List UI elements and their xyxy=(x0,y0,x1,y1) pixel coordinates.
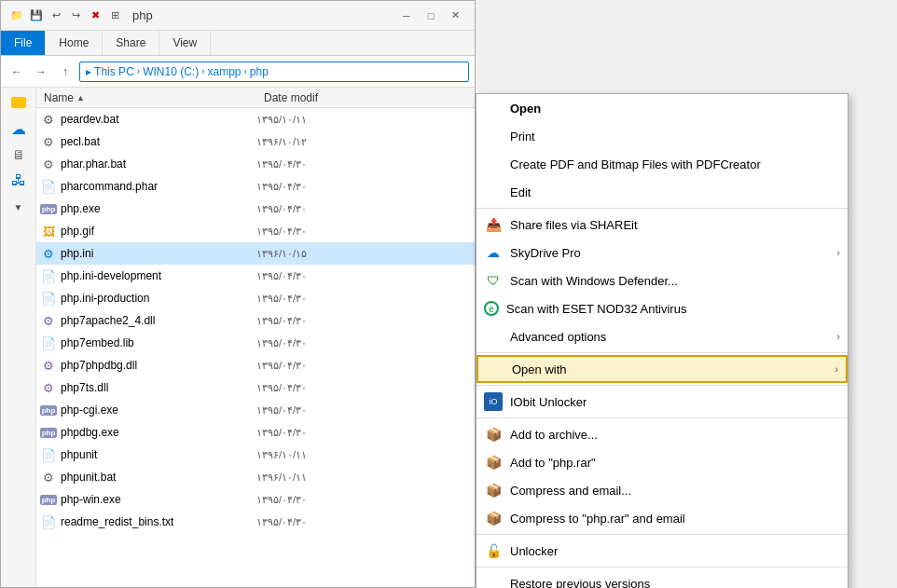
forward-button[interactable]: → xyxy=(31,62,51,82)
list-item[interactable]: php php.exe ۱۳۹۵/۰۴/۳۰ xyxy=(36,198,475,220)
undo-icon[interactable]: ↩ xyxy=(48,7,64,24)
close-button[interactable]: ✕ xyxy=(443,4,467,28)
separator-5 xyxy=(476,534,848,535)
ctx-add-archive[interactable]: 📦 Add to archive... xyxy=(476,420,848,448)
ctx-add-phprar[interactable]: 📦 Add to "php.rar" xyxy=(476,448,848,476)
ctx-restore[interactable]: Restore previous versions xyxy=(476,569,848,588)
list-item[interactable]: ⚙ peardev.bat ۱۳۹۵/۱۰/۱۱ xyxy=(36,108,475,130)
list-item[interactable]: ⚙ phar.phar.bat ۱۳۹۵/۰۴/۳۰ xyxy=(36,153,475,175)
list-item[interactable]: 📄 readme_redist_bins.txt ۱۳۹۵/۰۴/۳۰ xyxy=(36,511,475,533)
ctx-edit[interactable]: Edit xyxy=(476,178,848,206)
breadcrumb-sep2: › xyxy=(201,66,204,76)
file-date: ۱۳۹۶/۱۰/۱۱ xyxy=(256,449,475,461)
breadcrumb-php[interactable]: php xyxy=(250,65,269,78)
up-button[interactable]: ↑ xyxy=(55,62,76,82)
breadcrumb-xampp[interactable]: xampp xyxy=(207,65,241,78)
list-item[interactable]: ⚙ pecl.bat ۱۳۹۶/۱۰/۱۲ xyxy=(36,130,475,153)
open-icon xyxy=(484,99,503,117)
file-name: php.exe xyxy=(61,202,256,215)
file-date: ۱۳۹۵/۰۴/۳۰ xyxy=(256,360,475,372)
list-item[interactable]: 📄 php.ini-production ۱۳۹۵/۰۴/۳۰ xyxy=(36,287,475,309)
sidebar-item-onedrive[interactable]: ☁ xyxy=(9,119,28,138)
tab-share[interactable]: Share xyxy=(103,31,159,55)
file-date: ۱۳۹۵/۰۴/۳۰ xyxy=(256,181,475,193)
tab-view[interactable]: View xyxy=(159,31,211,55)
list-item[interactable]: ⚙ php.ini ۱۳۹۶/۱۰/۱۵ xyxy=(36,242,475,265)
ctx-open-with[interactable]: Open with › xyxy=(476,355,848,383)
list-item[interactable]: 🖼 php.gif ۱۳۹۵/۰۴/۳۰ xyxy=(36,220,475,242)
open-with-arrow: › xyxy=(835,363,838,375)
separator-6 xyxy=(476,567,848,567)
sidebar-item-network[interactable]: 🖧 xyxy=(9,171,28,190)
breadcrumb-win10[interactable]: WIN10 (C:) xyxy=(143,65,199,78)
network-icon: 🖧 xyxy=(11,172,26,189)
ctx-compress-phprar-email[interactable]: 📦 Compress to "php.rar" and email xyxy=(476,504,848,532)
list-item[interactable]: php php-cgi.exe ۱۳۹۵/۰۴/۳۰ xyxy=(36,399,475,421)
ctx-compress-email[interactable]: 📦 Compress and email... xyxy=(476,476,848,504)
rar-compress2-icon: 📦 xyxy=(484,509,503,527)
list-item[interactable]: ⚙ php7apache2_4.dll ۱۳۹۵/۰۴/۳۰ xyxy=(36,309,475,332)
list-item[interactable]: ⚙ phpunit.bat ۱۳۹۶/۱۰/۱۱ xyxy=(36,466,475,488)
redo-icon[interactable]: ↪ xyxy=(67,7,84,24)
window-controls: ─ □ ✕ xyxy=(394,4,467,28)
list-item[interactable]: php phpdbg.exe ۱۳۹۵/۰۴/۳۰ xyxy=(36,421,475,444)
window-title: php xyxy=(132,8,153,22)
sidebar-item-quickaccess[interactable] xyxy=(9,93,28,112)
breadcrumb-this-pc[interactable]: ▸ This PC xyxy=(86,65,134,78)
file-list-header: Name ▲ Date modif xyxy=(36,88,475,108)
ctx-print[interactable]: Print xyxy=(476,122,848,150)
explorer-window: 📁 💾 ↩ ↪ ✖ ⊞ php ─ □ ✕ File Home Share Vi… xyxy=(0,0,476,588)
sort-arrow: ▲ xyxy=(76,93,85,103)
sidebar-item-expand[interactable]: ▼ xyxy=(9,198,28,216)
ctx-advanced-label: Advanced options xyxy=(510,330,836,344)
breadcrumb[interactable]: ▸ This PC › WIN10 (C:) › xampp › php xyxy=(79,62,469,82)
ctx-open[interactable]: Open xyxy=(476,94,848,122)
save-icon[interactable]: 💾 xyxy=(28,7,45,24)
back-button[interactable]: ← xyxy=(7,62,27,82)
rar-compress-icon: 📦 xyxy=(484,481,503,499)
file-name: php.gif xyxy=(61,225,256,238)
file-name: php7embed.lib xyxy=(61,336,256,349)
list-item[interactable]: 📄 php.ini-development ۱۳۹۵/۰۴/۳۰ xyxy=(36,265,475,287)
file-name: php.ini-production xyxy=(61,292,256,305)
maximize-button[interactable]: □ xyxy=(419,4,443,28)
ctx-compress-email-label: Compress and email... xyxy=(510,484,840,498)
ctx-shareit[interactable]: 📤 Share files via SHAREit xyxy=(476,211,848,239)
tab-home[interactable]: Home xyxy=(46,31,103,55)
file-date: ۱۳۹۶/۱۰/۱۲ xyxy=(256,136,475,148)
ctx-edit-label: Edit xyxy=(510,185,840,199)
rename-icon[interactable]: ⊞ xyxy=(106,7,123,24)
ctx-iobit[interactable]: iO IObit Unlocker xyxy=(476,388,848,416)
ctx-unlocker[interactable]: 🔓 Unlocker xyxy=(476,537,848,565)
list-item[interactable]: 📄 phpunit ۱۳۹۶/۱۰/۱۱ xyxy=(36,444,475,466)
ctx-defender[interactable]: 🛡 Scan with Windows Defender... xyxy=(476,267,848,294)
separator-2 xyxy=(476,352,848,353)
ctx-create-pdf[interactable]: Create PDF and Bitmap Files with PDFCrea… xyxy=(476,150,848,178)
sidebar-item-thispc[interactable]: 🖥 xyxy=(9,145,28,164)
file-date: ۱۳۹۵/۰۴/۳۰ xyxy=(256,270,475,282)
file-name: php7apache2_4.dll xyxy=(61,314,256,327)
file-name: peardev.bat xyxy=(61,113,256,126)
list-item[interactable]: php php-win.exe ۱۳۹۵/۰۴/۳۰ xyxy=(36,488,475,511)
file-name: phpunit.bat xyxy=(61,471,256,484)
phpunit-icon: 📄 xyxy=(40,446,57,463)
list-item[interactable]: ⚙ php7phpdbg.dll ۱۳۹۵/۰۴/۳۰ xyxy=(36,354,475,376)
title-bar: 📁 💾 ↩ ↪ ✖ ⊞ php ─ □ ✕ xyxy=(1,1,475,31)
tab-file[interactable]: File xyxy=(1,31,46,55)
ctx-eset[interactable]: e Scan with ESET NOD32 Antivirus xyxy=(476,294,848,322)
ctx-compress-phprar-email-label: Compress to "php.rar" and email xyxy=(510,512,840,526)
list-item[interactable]: 📄 pharcommand.phar ۱۳۹۵/۰۴/۳۰ xyxy=(36,175,475,198)
cut-icon[interactable]: ✖ xyxy=(87,7,104,24)
minimize-button[interactable]: ─ xyxy=(394,4,419,28)
list-item[interactable]: 📄 php7embed.lib ۱۳۹۵/۰۴/۳۰ xyxy=(36,332,475,354)
ctx-skydrive[interactable]: ☁ SkyDrive Pro › xyxy=(476,239,848,267)
list-item[interactable]: ⚙ php7ts.dll ۱۳۹۵/۰۴/۳۰ xyxy=(36,376,475,399)
unlocker-icon: 🔓 xyxy=(484,541,503,560)
ctx-advanced[interactable]: Advanced options › xyxy=(476,322,848,350)
file-date: ۱۳۹۵/۰۴/۳۰ xyxy=(256,427,475,439)
cloud-icon: ☁ xyxy=(11,120,26,138)
col-date-header[interactable]: Date modif xyxy=(264,91,475,104)
file-date: ۱۳۹۵/۰۴/۳۰ xyxy=(256,315,475,327)
eset-icon: e xyxy=(484,301,499,316)
col-name-header[interactable]: Name ▲ xyxy=(40,91,264,104)
